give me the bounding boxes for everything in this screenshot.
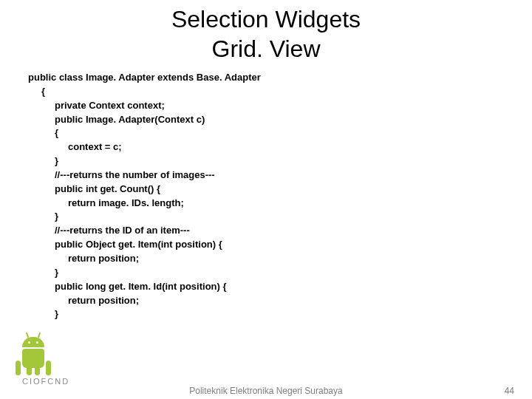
code-listing: public class Image. Adapter extends Base… (0, 68, 532, 321)
code-line: public Image. Adapter(Context c) (28, 113, 532, 127)
code-line: } (28, 210, 532, 224)
code-line: return position; (28, 294, 532, 308)
code-line: //---returns the ID of an item--- (28, 224, 532, 238)
code-line: { (28, 85, 532, 99)
title-line-1: Selection Widgets (0, 4, 532, 34)
android-head-icon (22, 337, 44, 347)
footer-institution: Politeknik Elektronika Negeri Surabaya (189, 386, 342, 396)
code-line: public Object get. Item(int position) { (28, 238, 532, 252)
code-line: public int get. Count() { (28, 183, 532, 197)
code-line: return position; (28, 252, 532, 266)
slide-title-block: Selection Widgets Grid. View (0, 0, 532, 68)
code-line: } (28, 266, 532, 280)
android-wordmark: CIOFCND (22, 377, 69, 386)
code-line: private Context context; (28, 99, 532, 113)
code-line: context = c; (28, 140, 532, 154)
code-line: { (28, 126, 532, 140)
title-line-2: Grid. View (0, 34, 532, 64)
code-line: public class Image. Adapter extends Base… (28, 71, 532, 85)
android-logo: CIOFCND (22, 337, 69, 386)
code-line: } (28, 307, 532, 321)
code-line: } (28, 154, 532, 168)
code-line: public long get. Item. Id(int position) … (28, 280, 532, 294)
code-line: return image. IDs. length; (28, 197, 532, 211)
android-body-icon (22, 349, 44, 368)
code-line: //---returns the number of images--- (28, 168, 532, 183)
page-number: 44 (505, 386, 514, 396)
